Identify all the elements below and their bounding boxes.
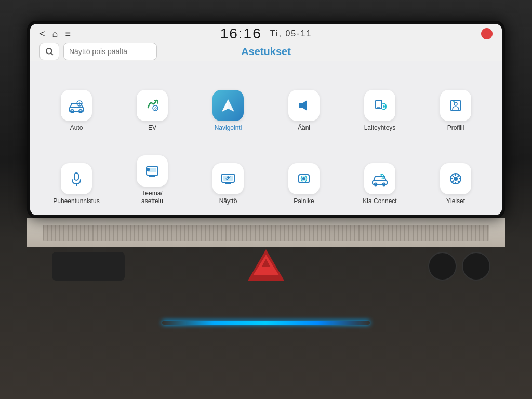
settings-item-aani[interactable]: Ääni xyxy=(268,66,340,136)
teema-icon-circle xyxy=(137,155,168,187)
home-button[interactable]: ⌂ xyxy=(52,29,58,39)
clock-area: 16:16 Ti, 05-11 xyxy=(220,25,312,42)
nav-controls: < ⌂ ≡ xyxy=(39,29,71,39)
right-control-module xyxy=(428,252,490,281)
settings-item-kia-connect[interactable]: Kia Connect xyxy=(344,140,416,209)
search-button[interactable] xyxy=(39,43,59,60)
svg-rect-24 xyxy=(74,173,78,180)
auto-label: Auto xyxy=(70,124,83,132)
svg-point-42 xyxy=(454,177,458,181)
svg-point-20 xyxy=(383,105,385,108)
svg-line-47 xyxy=(453,176,454,177)
svg-marker-16 xyxy=(222,99,228,112)
yleiset-icon-circle xyxy=(440,163,471,194)
naytto-label: Näyttö xyxy=(219,197,237,206)
settings-item-naytto[interactable]: Näyttö xyxy=(192,140,264,209)
svg-rect-29 xyxy=(147,168,150,171)
settings-item-puheentunnistus[interactable]: Puheentunnistus xyxy=(41,140,112,209)
laiteyhteys-label: Laiteyhteys xyxy=(364,124,396,132)
settings-item-painike[interactable]: Painike xyxy=(268,140,340,209)
screen-bezel: < ⌂ ≡ 16:16 Ti, 05-11 xyxy=(27,21,505,218)
car-frame: < ⌂ ≡ 16:16 Ti, 05-11 xyxy=(0,0,532,399)
back-button[interactable]: < xyxy=(39,29,45,39)
hazard-button[interactable] xyxy=(248,249,284,281)
ev-icon-circle xyxy=(137,90,168,121)
settings-item-laiteyhteys[interactable]: Laiteyhteys xyxy=(344,66,416,136)
svg-rect-17 xyxy=(299,103,303,108)
svg-line-50 xyxy=(453,181,454,182)
signal-icon xyxy=(481,28,493,39)
ev-label: EV xyxy=(148,124,156,132)
auto-icon-circle xyxy=(61,90,92,121)
page-title: Asetukset xyxy=(241,46,291,57)
settings-item-yleiset[interactable]: Yleiset xyxy=(420,140,491,209)
yleiset-label: Yleiset xyxy=(446,197,465,206)
svg-point-0 xyxy=(46,48,52,54)
teema-label: Teema/asettelu xyxy=(141,190,163,206)
right-ctrl-btn-2[interactable] xyxy=(462,252,490,281)
settings-item-ev[interactable]: EV xyxy=(116,66,188,136)
aani-label: Ääni xyxy=(298,124,310,132)
right-ctrl-btn-1[interactable] xyxy=(428,252,457,281)
svg-point-10 xyxy=(153,105,158,111)
search-input[interactable] xyxy=(63,43,157,60)
date-display: Ti, 05-11 xyxy=(270,29,312,38)
svg-line-48 xyxy=(458,181,459,182)
settings-item-teema[interactable]: Teema/asettelu xyxy=(116,140,188,209)
aani-icon-circle xyxy=(288,90,320,121)
painike-icon-circle xyxy=(288,163,320,194)
kia-connect-icon-circle xyxy=(364,163,395,194)
svg-line-49 xyxy=(458,176,459,177)
puheentunnistus-icon-circle xyxy=(61,163,92,194)
settings-item-navigointi[interactable]: Navigointi xyxy=(192,66,264,136)
settings-item-auto[interactable]: Auto xyxy=(41,66,112,136)
svg-point-22 xyxy=(454,102,457,105)
screen: < ⌂ ≡ 16:16 Ti, 05-11 xyxy=(30,24,502,215)
naytto-icon-circle xyxy=(212,163,244,194)
kia-connect-label: Kia Connect xyxy=(363,197,396,206)
svg-line-1 xyxy=(51,53,52,55)
time-display: 16:16 xyxy=(220,25,262,42)
painike-label: Painike xyxy=(294,197,314,206)
puheentunnistus-label: Puheentunnistus xyxy=(53,197,99,206)
profiili-label: Profiili xyxy=(447,124,464,132)
bottom-controls xyxy=(0,247,532,330)
navigointi-icon-circle xyxy=(212,90,244,121)
laiteyhteys-icon-circle xyxy=(364,90,395,121)
profiili-icon-circle xyxy=(440,90,471,121)
top-bar: < ⌂ ≡ 16:16 Ti, 05-11 xyxy=(30,24,502,42)
menu-button[interactable]: ≡ xyxy=(65,29,71,39)
status-icons xyxy=(481,28,493,39)
led-strip xyxy=(162,321,370,325)
svg-point-37 xyxy=(302,177,305,180)
settings-item-profiili[interactable]: Profiili xyxy=(420,66,491,136)
left-control-module xyxy=(52,252,125,281)
navigointi-label: Navigointi xyxy=(215,124,242,132)
settings-grid: Auto EV xyxy=(30,61,502,215)
